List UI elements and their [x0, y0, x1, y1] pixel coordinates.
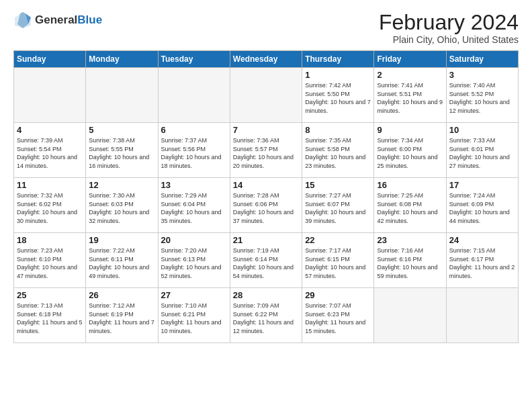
day-number: 10 [449, 125, 515, 135]
day-detail: Sunrise: 7:07 AM Sunset: 6:23 PM Dayligh… [305, 302, 371, 335]
table-row: 9Sunrise: 7:34 AM Sunset: 6:00 PM Daylig… [374, 123, 446, 178]
calendar-week-2: 4Sunrise: 7:39 AM Sunset: 5:54 PM Daylig… [14, 123, 519, 178]
table-row: 5Sunrise: 7:38 AM Sunset: 5:55 PM Daylig… [86, 123, 158, 178]
table-row: 4Sunrise: 7:39 AM Sunset: 5:54 PM Daylig… [14, 123, 86, 178]
day-number: 26 [89, 290, 154, 300]
col-thursday: Thursday [302, 51, 374, 68]
table-row: 28Sunrise: 7:09 AM Sunset: 6:22 PM Dayli… [230, 288, 302, 343]
table-row: 26Sunrise: 7:12 AM Sunset: 6:19 PM Dayli… [86, 288, 158, 343]
day-detail: Sunrise: 7:15 AM Sunset: 6:17 PM Dayligh… [449, 246, 515, 280]
calendar: Sunday Monday Tuesday Wednesday Thursday… [13, 50, 519, 343]
col-saturday: Saturday [446, 51, 518, 68]
day-detail: Sunrise: 7:30 AM Sunset: 6:03 PM Dayligh… [89, 191, 154, 225]
table-row [446, 288, 518, 343]
day-number: 16 [377, 180, 443, 190]
title-block: February 2024 Plain City, Ohio, United S… [379, 11, 519, 45]
table-row [86, 68, 158, 123]
col-tuesday: Tuesday [158, 51, 230, 68]
day-number: 27 [161, 290, 227, 300]
day-detail: Sunrise: 7:29 AM Sunset: 6:04 PM Dayligh… [161, 191, 227, 225]
col-sunday: Sunday [14, 51, 86, 68]
day-number: 6 [161, 125, 227, 135]
day-number: 22 [305, 235, 371, 245]
table-row: 29Sunrise: 7:07 AM Sunset: 6:23 PM Dayli… [302, 288, 374, 343]
day-detail: Sunrise: 7:12 AM Sunset: 6:19 PM Dayligh… [89, 302, 154, 335]
table-row: 6Sunrise: 7:37 AM Sunset: 5:56 PM Daylig… [158, 123, 230, 178]
day-detail: Sunrise: 7:33 AM Sunset: 6:01 PM Dayligh… [449, 136, 515, 170]
table-row: 17Sunrise: 7:24 AM Sunset: 6:09 PM Dayli… [446, 178, 518, 233]
day-number: 11 [17, 180, 83, 190]
day-detail: Sunrise: 7:37 AM Sunset: 5:56 PM Dayligh… [161, 136, 227, 170]
day-detail: Sunrise: 7:13 AM Sunset: 6:18 PM Dayligh… [17, 302, 83, 335]
day-detail: Sunrise: 7:32 AM Sunset: 6:02 PM Dayligh… [17, 191, 83, 225]
table-row: 16Sunrise: 7:25 AM Sunset: 6:08 PM Dayli… [374, 178, 446, 233]
day-detail: Sunrise: 7:25 AM Sunset: 6:08 PM Dayligh… [377, 191, 443, 225]
table-row: 24Sunrise: 7:15 AM Sunset: 6:17 PM Dayli… [446, 233, 518, 288]
day-number: 1 [305, 70, 371, 80]
table-row: 21Sunrise: 7:19 AM Sunset: 6:14 PM Dayli… [230, 233, 302, 288]
table-row: 27Sunrise: 7:10 AM Sunset: 6:21 PM Dayli… [158, 288, 230, 343]
table-row: 7Sunrise: 7:36 AM Sunset: 5:57 PM Daylig… [230, 123, 302, 178]
day-detail: Sunrise: 7:24 AM Sunset: 6:09 PM Dayligh… [449, 191, 515, 225]
table-row: 23Sunrise: 7:16 AM Sunset: 6:16 PM Dayli… [374, 233, 446, 288]
day-number: 12 [89, 180, 154, 190]
day-detail: Sunrise: 7:34 AM Sunset: 6:00 PM Dayligh… [377, 136, 443, 170]
table-row: 11Sunrise: 7:32 AM Sunset: 6:02 PM Dayli… [14, 178, 86, 233]
calendar-week-4: 18Sunrise: 7:23 AM Sunset: 6:10 PM Dayli… [14, 233, 519, 288]
day-detail: Sunrise: 7:16 AM Sunset: 6:16 PM Dayligh… [377, 246, 443, 280]
header: GeneralBlue February 2024 Plain City, Oh… [13, 11, 519, 45]
day-number: 14 [233, 180, 299, 190]
table-row: 22Sunrise: 7:17 AM Sunset: 6:15 PM Dayli… [302, 233, 374, 288]
day-number: 21 [233, 235, 299, 245]
day-detail: Sunrise: 7:22 AM Sunset: 6:11 PM Dayligh… [89, 246, 154, 280]
day-detail: Sunrise: 7:23 AM Sunset: 6:10 PM Dayligh… [17, 246, 83, 280]
calendar-week-1: 1Sunrise: 7:42 AM Sunset: 5:50 PM Daylig… [14, 68, 519, 123]
month-title: February 2024 [379, 11, 519, 34]
table-row: 12Sunrise: 7:30 AM Sunset: 6:03 PM Dayli… [86, 178, 158, 233]
day-number: 8 [305, 125, 371, 135]
day-number: 3 [449, 70, 515, 80]
logo-text: GeneralBlue [35, 14, 102, 27]
day-number: 2 [377, 70, 443, 80]
calendar-week-3: 11Sunrise: 7:32 AM Sunset: 6:02 PM Dayli… [14, 178, 519, 233]
calendar-week-5: 25Sunrise: 7:13 AM Sunset: 6:18 PM Dayli… [14, 288, 519, 343]
table-row: 15Sunrise: 7:27 AM Sunset: 6:07 PM Dayli… [302, 178, 374, 233]
logo-general: General [35, 13, 77, 26]
day-detail: Sunrise: 7:39 AM Sunset: 5:54 PM Dayligh… [17, 136, 83, 170]
day-number: 7 [233, 125, 299, 135]
day-detail: Sunrise: 7:35 AM Sunset: 5:58 PM Dayligh… [305, 136, 371, 170]
day-detail: Sunrise: 7:28 AM Sunset: 6:06 PM Dayligh… [233, 191, 299, 225]
day-detail: Sunrise: 7:20 AM Sunset: 6:13 PM Dayligh… [161, 246, 227, 280]
table-row: 10Sunrise: 7:33 AM Sunset: 6:01 PM Dayli… [446, 123, 518, 178]
logo-icon [13, 11, 32, 30]
day-detail: Sunrise: 7:42 AM Sunset: 5:50 PM Dayligh… [305, 81, 371, 115]
day-number: 17 [449, 180, 515, 190]
day-detail: Sunrise: 7:40 AM Sunset: 5:52 PM Dayligh… [449, 81, 515, 115]
table-row: 8Sunrise: 7:35 AM Sunset: 5:58 PM Daylig… [302, 123, 374, 178]
table-row: 25Sunrise: 7:13 AM Sunset: 6:18 PM Dayli… [14, 288, 86, 343]
calendar-body: 1Sunrise: 7:42 AM Sunset: 5:50 PM Daylig… [14, 68, 519, 343]
day-detail: Sunrise: 7:41 AM Sunset: 5:51 PM Dayligh… [377, 81, 443, 115]
day-detail: Sunrise: 7:10 AM Sunset: 6:21 PM Dayligh… [161, 302, 227, 335]
day-number: 4 [17, 125, 83, 135]
day-detail: Sunrise: 7:38 AM Sunset: 5:55 PM Dayligh… [89, 136, 154, 170]
location: Plain City, Ohio, United States [379, 34, 519, 45]
table-row: 19Sunrise: 7:22 AM Sunset: 6:11 PM Dayli… [86, 233, 158, 288]
table-row: 1Sunrise: 7:42 AM Sunset: 5:50 PM Daylig… [302, 68, 374, 123]
table-row: 18Sunrise: 7:23 AM Sunset: 6:10 PM Dayli… [14, 233, 86, 288]
table-row [374, 288, 446, 343]
day-number: 28 [233, 290, 299, 300]
table-row [14, 68, 86, 123]
day-number: 15 [305, 180, 371, 190]
day-number: 19 [89, 235, 154, 245]
calendar-header-row: Sunday Monday Tuesday Wednesday Thursday… [14, 51, 519, 68]
table-row: 3Sunrise: 7:40 AM Sunset: 5:52 PM Daylig… [446, 68, 518, 123]
table-row [158, 68, 230, 123]
day-number: 29 [305, 290, 371, 300]
logo: GeneralBlue [13, 11, 102, 30]
table-row [230, 68, 302, 123]
table-row: 20Sunrise: 7:20 AM Sunset: 6:13 PM Dayli… [158, 233, 230, 288]
col-monday: Monday [86, 51, 158, 68]
day-number: 25 [17, 290, 83, 300]
day-number: 23 [377, 235, 443, 245]
